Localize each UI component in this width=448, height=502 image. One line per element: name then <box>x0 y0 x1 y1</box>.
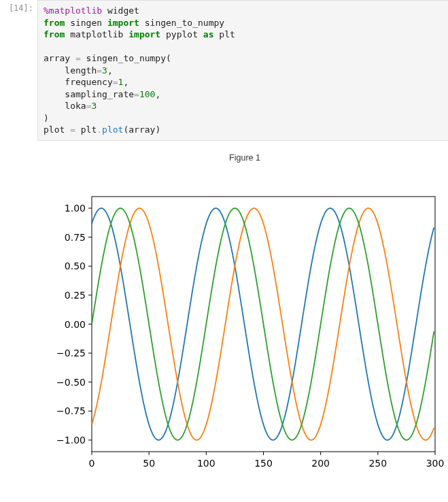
code-tok: from <box>44 29 65 39</box>
code-tok: sampling_rate <box>65 89 134 99</box>
code-tok: length <box>65 65 97 76</box>
cell-prompt: [14]: <box>0 0 37 482</box>
x-tick-label: 200 <box>311 458 330 469</box>
code-tok: widget <box>102 5 139 16</box>
notebook-cell: [14]: %matplotlib widget from singen imp… <box>0 0 448 482</box>
figure-title: Figure 1 <box>37 153 448 163</box>
code-tok: array <box>44 53 75 63</box>
code-tok: plt <box>75 124 97 135</box>
code-tok: %matplotlib <box>44 5 102 16</box>
x-tick-label: 250 <box>368 458 387 469</box>
code-tok: frequency <box>65 77 112 87</box>
y-tick-label: −1.00 <box>56 435 86 446</box>
x-tick-label: 0 <box>89 458 95 469</box>
code-tok: 100 <box>139 89 155 99</box>
x-tick-label: 300 <box>426 458 445 469</box>
code-tok: import <box>107 18 139 28</box>
y-tick-label: 1.00 <box>65 203 86 214</box>
code-tok: singen <box>65 18 107 28</box>
code-tok: . <box>97 124 102 135</box>
code-tok: loka <box>65 101 86 111</box>
y-tick-label: 0.00 <box>65 319 86 330</box>
code-tok: singen_to_numpy( <box>81 53 171 63</box>
x-tick-label: 150 <box>254 458 273 469</box>
code-tok: , <box>155 89 160 99</box>
code-tok <box>44 77 65 87</box>
x-tick-label: 50 <box>143 458 155 469</box>
y-tick-label: 0.25 <box>65 290 86 301</box>
y-tick-label: −0.50 <box>56 377 86 388</box>
cell-body: %matplotlib widget from singen import si… <box>37 0 448 482</box>
code-tok: = <box>97 65 102 76</box>
code-tok: from <box>44 18 65 28</box>
code-tok: 3 <box>102 65 107 76</box>
code-tok: = <box>134 89 139 99</box>
code-input[interactable]: %matplotlib widget from singen import si… <box>37 0 448 141</box>
code-tok: 3 <box>91 101 97 111</box>
code-tok: , <box>107 65 113 76</box>
y-tick-label: −0.75 <box>56 405 86 416</box>
code-tok: = <box>75 53 81 63</box>
code-tok <box>44 89 65 99</box>
x-tick-label: 100 <box>197 458 216 469</box>
code-tok: , <box>123 77 128 87</box>
line-chart: −1.00−0.75−0.50−0.250.000.250.500.751.00… <box>44 190 445 475</box>
code-tok: (array) <box>123 124 160 135</box>
code-tok <box>44 101 65 111</box>
code-tok: import <box>128 29 160 39</box>
chart-output: −1.00−0.75−0.50−0.250.000.250.500.751.00… <box>37 169 448 482</box>
y-tick-label: −0.25 <box>56 348 86 358</box>
code-tok: matplotlib <box>65 29 128 39</box>
code-tok: pyplot <box>160 29 203 39</box>
y-tick-label: 0.50 <box>65 261 86 271</box>
code-tok: singen_to_numpy <box>139 18 224 28</box>
y-tick-label: 0.75 <box>65 232 86 243</box>
code-tok: ) <box>44 113 49 123</box>
code-tok: as <box>203 29 214 39</box>
code-tok: = <box>70 124 75 135</box>
code-tok: = <box>113 77 118 87</box>
code-tok: plot <box>44 124 70 135</box>
code-tok <box>44 65 65 76</box>
code-tok: plt <box>213 29 235 39</box>
code-tok: plot <box>102 124 123 135</box>
